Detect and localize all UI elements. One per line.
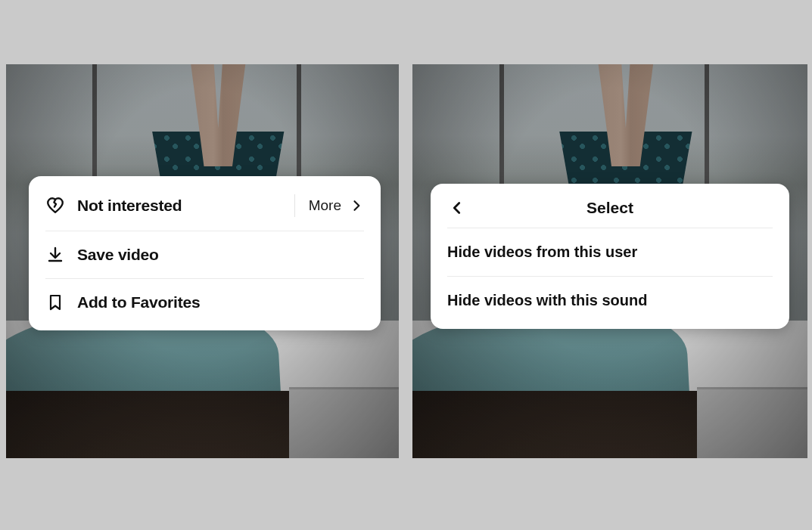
select-menu: Select Hide videos from this user Hide v… [431, 184, 789, 329]
add-favorites-label: Add to Favorites [77, 293, 200, 311]
more-label: More [309, 197, 341, 214]
select-title: Select [586, 199, 633, 217]
screenshot-left: Not interested More Save video [6, 64, 399, 458]
select-header: Select [431, 188, 789, 228]
chevron-right-icon [349, 198, 364, 213]
hide-sound-row[interactable]: Hide videos with this sound [431, 277, 789, 324]
not-interested-label: Not interested [77, 197, 182, 215]
save-video-label: Save video [77, 246, 159, 264]
not-interested-row[interactable]: Not interested More [29, 181, 381, 231]
download-icon [45, 245, 65, 265]
bookmark-icon [45, 293, 65, 312]
hide-sound-label: Hide videos with this sound [447, 292, 647, 308]
more-button[interactable]: More [294, 194, 364, 217]
add-favorites-row[interactable]: Add to Favorites [45, 278, 364, 326]
hide-user-row[interactable]: Hide videos from this user [431, 228, 789, 276]
screenshot-right: Select Hide videos from this user Hide v… [412, 64, 807, 458]
chevron-left-icon [449, 200, 465, 216]
hide-user-label: Hide videos from this user [447, 243, 637, 260]
longpress-menu: Not interested More Save video [29, 176, 381, 330]
save-video-row[interactable]: Save video [45, 231, 364, 278]
broken-heart-icon [45, 196, 65, 215]
back-button[interactable] [444, 195, 470, 221]
